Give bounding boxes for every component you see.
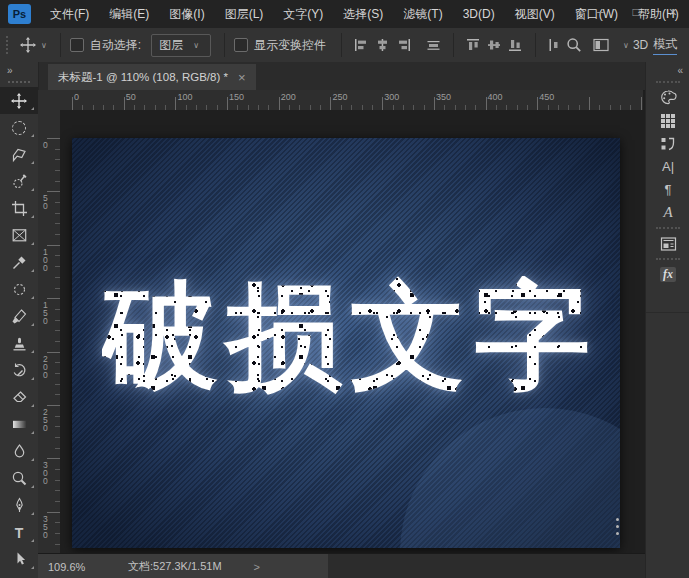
tools-grip[interactable] (8, 81, 30, 83)
brush-icon (11, 308, 28, 325)
gradient-tool[interactable] (0, 411, 38, 438)
rectangle-shape-tool[interactable] (0, 573, 38, 578)
minimize-button[interactable]: – (597, 3, 604, 21)
mode-caret-icon[interactable]: ∨ (623, 41, 629, 50)
quick-selection-tool[interactable] (0, 168, 38, 195)
dock-grip[interactable] (656, 81, 680, 83)
marquee-icon (12, 121, 26, 135)
path-selection-tool[interactable] (0, 546, 38, 573)
glyphs-panel-icon: A (663, 204, 672, 221)
menu-item[interactable]: 3D(D) (453, 7, 505, 21)
dock-grip[interactable] (656, 258, 680, 260)
align-bottom-edges-icon[interactable] (508, 38, 523, 52)
menu-item[interactable]: 滤镜(T) (393, 6, 452, 23)
lasso-icon (11, 146, 28, 163)
canvas-distressed-text: 破损文字 (102, 276, 598, 398)
dock-divider (646, 312, 689, 313)
blur-tool[interactable] (0, 438, 38, 465)
close-button[interactable]: × (669, 3, 677, 21)
healing-brush-tool[interactable] (0, 276, 38, 303)
move-tool[interactable] (0, 87, 38, 114)
vertical-ruler[interactable]: 050100150200250300350 (38, 110, 61, 553)
eraser-tool[interactable] (0, 384, 38, 411)
menu-item[interactable]: 选择(S) (333, 6, 393, 23)
separator (341, 33, 342, 57)
eraser-icon (11, 389, 28, 406)
align-right-edges-icon[interactable] (396, 38, 411, 52)
scrollbar-grip-dots[interactable] (616, 518, 619, 535)
separator (453, 33, 454, 57)
styles-panel-button[interactable]: fx (646, 263, 689, 286)
ruler-tick-label: 100 (177, 92, 192, 102)
menu-item[interactable]: 图像(I) (159, 6, 214, 23)
elliptical-marquee-tool[interactable] (0, 114, 38, 141)
options-bar: ∨ 自动选择: 图层 ∨ 显示变换控件 (0, 28, 689, 63)
maximize-button[interactable]: □ (633, 3, 640, 21)
align-horizontal-centers-icon[interactable] (375, 38, 390, 52)
dock-collapse-icon[interactable]: « (646, 62, 689, 78)
document-tab[interactable]: 未标题-1 @ 110% (108, RGB/8) * × (48, 64, 256, 90)
show-transform-checkbox[interactable] (234, 38, 248, 52)
photoshop-logo: Ps (8, 4, 31, 24)
panel-toggle-icon[interactable] (593, 38, 610, 52)
menu-item[interactable]: 文件(F) (40, 6, 99, 23)
history-brush-icon (11, 362, 28, 379)
tool-preset-caret-icon[interactable]: ∨ (41, 41, 47, 50)
character-panel-button[interactable]: A| (646, 155, 689, 178)
auto-select-target-dropdown[interactable]: 图层 ∨ (151, 34, 211, 57)
ruler-tick-label: 150 (43, 301, 52, 325)
frame-tool[interactable] (0, 222, 38, 249)
gradient-icon (11, 416, 28, 433)
align-top-edges-icon[interactable] (466, 38, 481, 52)
mode-label[interactable]: 模式 (653, 36, 677, 55)
distribute-spacing-icon[interactable] (548, 38, 560, 52)
lasso-tool[interactable] (0, 141, 38, 168)
background-circle-decoration (400, 408, 620, 548)
ruler-tick-label: 150 (229, 92, 244, 102)
paragraph-panel-button[interactable]: ¶ (646, 178, 689, 201)
tools-collapse-icon[interactable]: » (0, 62, 38, 78)
separator (60, 33, 61, 57)
properties-panel-button[interactable] (646, 232, 689, 255)
color-palette-icon (659, 89, 677, 106)
zoom-level-field[interactable]: 109.6% (48, 561, 110, 573)
ruler-tick-label: 200 (43, 355, 52, 379)
document-tab-title: 未标题-1 @ 110% (108, RGB/8) * (58, 70, 228, 85)
properties-panel-icon (660, 236, 677, 252)
align-left-edges-icon[interactable] (354, 38, 369, 52)
path-selection-icon (11, 551, 28, 568)
separator (224, 33, 225, 57)
align-vertical-centers-icon[interactable] (487, 38, 502, 52)
dodge-tool[interactable] (0, 465, 38, 492)
swatches-panel-button[interactable] (646, 109, 689, 132)
type-tool[interactable]: T (0, 519, 38, 546)
horizontal-ruler[interactable]: 050100150200250300350400450 (60, 90, 643, 111)
pen-tool[interactable] (0, 492, 38, 519)
magnifier-icon[interactable] (566, 37, 582, 53)
dodge-icon (11, 470, 28, 487)
eyedropper-tool[interactable] (0, 249, 38, 276)
canvas-viewport[interactable]: 破损文字 (60, 110, 643, 553)
adjustments-panel-button[interactable] (646, 132, 689, 155)
menu-item[interactable]: 文字(Y) (273, 6, 333, 23)
menu-item[interactable]: 图层(L) (215, 6, 274, 23)
dock-grip[interactable] (656, 227, 680, 229)
menu-item[interactable]: 编辑(E) (99, 6, 159, 23)
ruler-tick-label: 200 (281, 92, 296, 102)
color-panel-button[interactable] (646, 86, 689, 109)
glyphs-panel-button[interactable]: A (646, 201, 689, 224)
move-tool-option-icon[interactable] (20, 37, 36, 53)
distribute-vertical-centers-icon[interactable] (426, 38, 441, 52)
document-canvas[interactable]: 破损文字 (72, 138, 620, 548)
menu-item[interactable]: 视图(V) (505, 6, 565, 23)
ruler-origin-corner[interactable] (38, 90, 61, 111)
auto-select-checkbox[interactable] (70, 38, 84, 52)
mode-3d-label[interactable]: 3D (633, 38, 648, 52)
crop-tool[interactable] (0, 195, 38, 222)
separator (535, 33, 536, 57)
clone-stamp-tool[interactable] (0, 330, 38, 357)
status-expand-icon[interactable]: > (254, 561, 260, 573)
history-brush-tool[interactable] (0, 357, 38, 384)
brush-tool[interactable] (0, 303, 38, 330)
tab-close-icon[interactable]: × (238, 70, 246, 85)
